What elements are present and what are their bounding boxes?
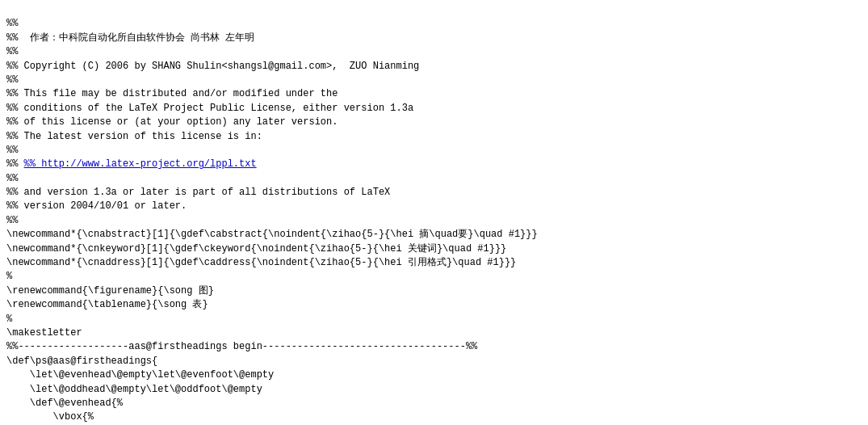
code-line: %% conditions of the LaTeX Project Publi… xyxy=(6,102,862,116)
code-line: %% and version 1.3a or later is part of … xyxy=(6,186,862,200)
code-line: %% %% http://www.latex-project.org/lppl.… xyxy=(6,158,862,171)
code-line: %% of this license or (at your option) a… xyxy=(6,116,862,129)
latex-project-link[interactable]: %% http://www.latex-project.org/lppl.txt xyxy=(24,158,257,170)
code-line: %% This file may be distributed and/or m… xyxy=(6,87,862,101)
code-editor: %%%% 作者：中科院自动化所自由软件协会 尚书林 左年明%%%% Copyri… xyxy=(0,0,868,425)
code-line: \def\@evenhead{% xyxy=(6,397,862,410)
code-line: \newcommand*{\cnabstract}[1]{\gdef\cabst… xyxy=(6,228,862,242)
code-line: \renewcommand{\figurename}{\song 图} xyxy=(6,284,862,298)
code-line: \makestletter xyxy=(6,326,862,340)
code-line: \let\@evenhead\@empty\let\@evenfoot\@emp… xyxy=(6,368,862,382)
code-line: \vbox{% xyxy=(6,410,862,424)
code-line: \renewcommand{\tablename}{\song 表} xyxy=(6,298,862,312)
code-line: %% xyxy=(6,17,862,31)
code-line: \newcommand*{\cnkeyword}[1]{\gdef\ckeywo… xyxy=(6,242,862,256)
code-line: \def\ps@aas@firstheadings{ xyxy=(6,355,862,368)
code-line: %%-------------------aas@firstheadings b… xyxy=(6,340,862,354)
code-line: %% xyxy=(6,74,862,87)
code-line: %% xyxy=(6,214,862,228)
code-line: %% xyxy=(6,172,862,186)
code-line: %% The latest version of this license is… xyxy=(6,130,862,144)
code-line: %% version 2004/10/01 or later. xyxy=(6,200,862,213)
code-line: %% Copyright (C) 2006 by SHANG Shulin<sh… xyxy=(6,60,862,74)
code-line: % xyxy=(6,313,862,326)
code-line: %% xyxy=(6,144,862,158)
code-line: \newcommand*{\cnaddress}[1]{\gdef\caddre… xyxy=(6,256,862,270)
code-line: %% 作者：中科院自动化所自由软件协会 尚书林 左年明 xyxy=(6,32,862,45)
code-line: %% xyxy=(6,45,862,59)
code-line: \let\@oddhead\@empty\let\@oddfoot\@empty xyxy=(6,383,862,397)
code-line: % xyxy=(6,270,862,284)
